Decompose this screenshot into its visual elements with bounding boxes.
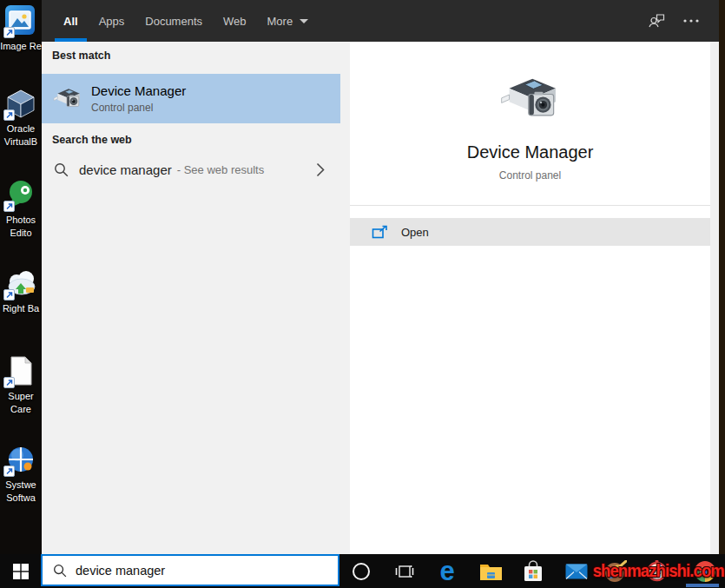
preview-card: Device Manager Control panel bbox=[350, 42, 710, 206]
watermark-text: shenmazhishi.com bbox=[593, 560, 724, 581]
tab-apps[interactable]: Apps bbox=[90, 0, 134, 42]
preview-panel: Device Manager Control panel Open bbox=[350, 42, 719, 554]
tab-documents[interactable]: Documents bbox=[136, 0, 211, 42]
chevron-right-icon bbox=[316, 162, 325, 177]
shortcut-arrow-icon bbox=[3, 466, 15, 477]
desktop-icon-label: SystweSoftwa bbox=[0, 479, 42, 505]
preview-title: Device Manager bbox=[350, 142, 710, 162]
taskbar-search-box[interactable] bbox=[41, 554, 339, 586]
desktop-icon-label: SuperCare bbox=[0, 390, 42, 416]
desktop-icon-photos-editor[interactable]: PhotosEdito bbox=[0, 179, 42, 240]
search-tabs: All Apps Documents Web More bbox=[55, 0, 317, 42]
desktop-icon-image-resizer[interactable]: Image Re bbox=[0, 4, 42, 53]
start-button[interactable] bbox=[0, 554, 41, 588]
shortcut-arrow-icon bbox=[3, 289, 15, 301]
shortcut-arrow-icon bbox=[3, 27, 15, 38]
desktop-icon-super-care[interactable]: SuperCare bbox=[0, 355, 42, 416]
search-input[interactable] bbox=[76, 564, 310, 578]
results-panel: Best match Device Manager Control panel … bbox=[42, 42, 350, 554]
tab-all[interactable]: All bbox=[55, 0, 87, 42]
more-options-button[interactable] bbox=[679, 9, 703, 33]
mail-button[interactable] bbox=[563, 554, 590, 588]
tab-web-label: Web bbox=[223, 15, 247, 28]
open-external-icon bbox=[372, 225, 388, 240]
shortcut-arrow-icon bbox=[3, 109, 15, 121]
file-explorer-icon bbox=[479, 562, 503, 581]
search-icon bbox=[53, 564, 67, 578]
microsoft-store-icon bbox=[522, 560, 544, 583]
mail-icon bbox=[565, 564, 588, 579]
edge-button[interactable]: e bbox=[433, 554, 461, 588]
chevron-down-icon bbox=[300, 19, 308, 23]
store-button[interactable] bbox=[519, 554, 547, 588]
file-explorer-button[interactable] bbox=[477, 554, 504, 588]
search-header: All Apps Documents Web More bbox=[42, 0, 719, 42]
cortana-button[interactable] bbox=[347, 554, 375, 588]
web-search-result[interactable]: device manager - See web results bbox=[42, 155, 350, 185]
desktop-background-edge bbox=[719, 0, 725, 554]
task-view-button[interactable] bbox=[391, 554, 419, 588]
tab-web[interactable]: Web bbox=[214, 0, 255, 42]
web-query-text: device manager bbox=[79, 162, 172, 177]
shortcut-arrow-icon bbox=[3, 201, 15, 212]
preview-subtitle: Control panel bbox=[350, 169, 710, 182]
task-view-icon bbox=[395, 563, 414, 580]
search-web-heading: Search the web bbox=[52, 134, 132, 146]
feedback-icon bbox=[647, 12, 666, 30]
desktop-icon-label: OracleVirtualB bbox=[0, 122, 42, 149]
tab-more[interactable]: More bbox=[259, 0, 318, 42]
desktop-icon-virtualbox[interactable]: OracleVirtualB bbox=[0, 88, 42, 149]
ellipsis-icon bbox=[683, 19, 699, 23]
tab-apps-label: Apps bbox=[99, 15, 125, 28]
edge-icon: e bbox=[439, 558, 454, 585]
preview-panel-background: Device Manager Control panel Open bbox=[350, 42, 710, 554]
taskbar: e bbox=[0, 554, 725, 588]
open-action[interactable]: Open bbox=[350, 218, 710, 246]
result-title: Device Manager bbox=[91, 83, 186, 98]
feedback-button[interactable] bbox=[644, 9, 669, 33]
device-manager-icon-large bbox=[499, 73, 562, 125]
desktop-icon-label: PhotosEdito bbox=[0, 214, 42, 240]
cortana-icon bbox=[353, 563, 370, 580]
best-match-heading: Best match bbox=[52, 50, 110, 62]
best-match-result[interactable]: Device Manager Control panel bbox=[42, 74, 340, 123]
web-annotation-text: - See web results bbox=[177, 163, 264, 176]
desktop-icon-label: Right Ba bbox=[0, 302, 42, 315]
search-icon bbox=[54, 162, 69, 177]
windows-logo-icon bbox=[13, 564, 29, 579]
desktop-icon-right-backup[interactable]: Right Ba bbox=[0, 268, 42, 315]
tab-all-label: All bbox=[63, 15, 78, 28]
desktop-icon-systweak[interactable]: SystweSoftwa bbox=[0, 444, 42, 505]
taskbar-highlight-strip bbox=[686, 584, 719, 587]
shortcut-arrow-icon bbox=[3, 377, 15, 388]
open-label: Open bbox=[401, 226, 429, 239]
desktop-icon-label: Image Re bbox=[0, 40, 42, 53]
tab-more-label: More bbox=[267, 15, 293, 28]
tab-documents-label: Documents bbox=[145, 15, 202, 28]
device-manager-icon bbox=[53, 86, 82, 111]
result-subtitle: Control panel bbox=[91, 102, 186, 114]
